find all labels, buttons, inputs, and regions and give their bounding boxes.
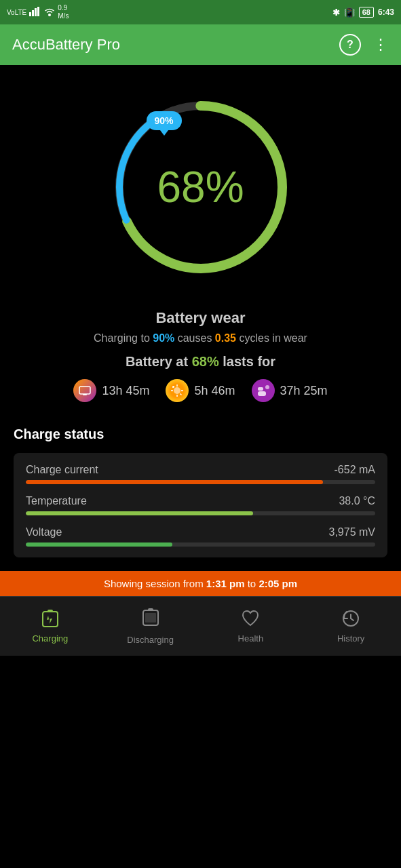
active-duration: 5h 46m bbox=[166, 379, 235, 402]
session-end-time: 2:05 pm bbox=[259, 578, 297, 589]
bluetooth-icon: ✱ bbox=[332, 7, 340, 18]
speed-indicator: 0.9M/s bbox=[58, 4, 69, 20]
temperature-bar-fill bbox=[26, 511, 253, 515]
svg-rect-8 bbox=[79, 387, 90, 394]
temperature-row: Temperature 38.0 °C bbox=[26, 495, 375, 515]
vibrate-icon: 📳 bbox=[344, 7, 355, 18]
sleep-duration: 37h 25m bbox=[252, 379, 328, 402]
svg-line-16 bbox=[180, 394, 182, 395]
battery-percentage-display: 68% bbox=[157, 162, 244, 212]
status-left: VoLTE 0.9M/s bbox=[7, 4, 69, 20]
voltage-row: Voltage 3,975 mV bbox=[26, 526, 375, 547]
lasts-for-suffix: lasts for bbox=[223, 354, 275, 369]
voltage-value: 3,975 mV bbox=[329, 526, 375, 538]
charging-nav-icon bbox=[41, 609, 60, 631]
clock: 6:43 bbox=[378, 7, 394, 17]
svg-point-10 bbox=[174, 387, 180, 394]
sleep-icon bbox=[252, 379, 275, 402]
charge-current-row: Charge current -652 mA bbox=[26, 464, 375, 484]
health-nav-icon bbox=[241, 609, 260, 631]
battery-circle-section: 68% 90% bbox=[0, 79, 401, 289]
svg-rect-26 bbox=[145, 613, 156, 623]
health-nav-label: Health bbox=[238, 633, 264, 644]
charge-current-label: Charge current bbox=[26, 464, 98, 476]
app-bar-actions: ? ⋮ bbox=[339, 34, 389, 56]
app-title: AccuBattery Pro bbox=[12, 36, 120, 54]
voltage-bar-bg bbox=[26, 542, 375, 547]
battery-wear-section: Battery wear Charging to 90% causes 0.35… bbox=[0, 289, 401, 413]
session-connector: to bbox=[248, 578, 259, 589]
wifi-icon bbox=[44, 7, 55, 18]
sun-icon bbox=[166, 379, 189, 402]
charge-current-bar-fill bbox=[26, 480, 323, 484]
duration-row: 13h 45m 5h 46m bbox=[14, 379, 387, 402]
charge-target-value: 90% bbox=[153, 332, 174, 344]
nav-tab-history[interactable]: History bbox=[301, 597, 401, 656]
history-nav-icon bbox=[341, 609, 360, 631]
screen-icon bbox=[73, 379, 96, 402]
svg-rect-2 bbox=[35, 8, 37, 16]
history-nav-label: History bbox=[337, 633, 364, 644]
help-button[interactable]: ? bbox=[339, 34, 361, 56]
voltage-label: Voltage bbox=[26, 526, 62, 538]
current-battery-pct: 68% bbox=[192, 354, 219, 369]
cycles-suffix: cycles in wear bbox=[239, 332, 307, 344]
nav-tab-charging[interactable]: Charging bbox=[0, 597, 100, 656]
charge-status-section: Charge status Charge current -652 mA Tem… bbox=[0, 413, 401, 564]
svg-rect-23 bbox=[47, 610, 53, 612]
nav-tab-health[interactable]: Health bbox=[201, 597, 301, 656]
active-time-value: 5h 46m bbox=[194, 384, 235, 398]
app-bar: AccuBattery Pro ? ⋮ bbox=[0, 24, 401, 65]
battery-at-prefix: Battery at bbox=[126, 354, 192, 369]
charging-prefix: Charging to bbox=[94, 332, 153, 344]
status-right: ✱ 📳 68 6:43 bbox=[332, 7, 394, 18]
charge-status-card: Charge current -652 mA Temperature 38.0 … bbox=[14, 453, 387, 557]
screen-on-duration: 13h 45m bbox=[73, 379, 149, 402]
battery-circle-container: 68% 90% bbox=[106, 92, 296, 282]
screen-on-time-value: 13h 45m bbox=[102, 384, 149, 398]
status-bar: VoLTE 0.9M/s ✱ 📳 68 6:43 bbox=[0, 0, 401, 24]
svg-rect-20 bbox=[258, 387, 263, 391]
session-prefix: Showing session from bbox=[104, 578, 206, 589]
session-banner: Showing session from 1:31 pm to 2:05 pm bbox=[0, 571, 401, 596]
discharging-nav-icon bbox=[141, 608, 160, 632]
svg-point-21 bbox=[265, 385, 269, 389]
more-menu-button[interactable]: ⋮ bbox=[373, 36, 389, 54]
svg-rect-1 bbox=[32, 10, 34, 16]
battery-wear-subtitle: Charging to 90% causes 0.35 cycles in we… bbox=[14, 332, 387, 344]
charge-bubble: 90% bbox=[147, 111, 182, 130]
svg-rect-25 bbox=[148, 608, 153, 611]
session-start-time: 1:31 pm bbox=[206, 578, 245, 589]
network-indicator: VoLTE bbox=[7, 9, 26, 16]
charge-status-title: Charge status bbox=[14, 427, 387, 442]
causes-text: causes bbox=[178, 332, 215, 344]
main-content: 68% 90% Battery wear Charging to 90% cau… bbox=[0, 65, 401, 596]
battery-wear-title: Battery wear bbox=[14, 309, 387, 327]
svg-point-4 bbox=[48, 14, 51, 16]
charge-current-bar-bg bbox=[26, 480, 375, 484]
voltage-bar-fill bbox=[26, 542, 172, 547]
svg-rect-19 bbox=[258, 391, 266, 396]
temperature-value: 38.0 °C bbox=[339, 495, 375, 507]
sleep-time-value: 37h 25m bbox=[280, 384, 328, 398]
nav-tab-discharging[interactable]: Discharging bbox=[100, 597, 201, 656]
svg-rect-3 bbox=[37, 7, 39, 16]
bottom-nav: Charging Discharging Health bbox=[0, 596, 401, 656]
temperature-label: Temperature bbox=[26, 495, 87, 507]
battery-lasts-title: Battery at 68% lasts for bbox=[14, 354, 387, 370]
svg-rect-0 bbox=[29, 12, 31, 16]
charging-nav-label: Charging bbox=[32, 633, 68, 644]
cycle-wear-value: 0.35 bbox=[215, 332, 236, 344]
temperature-bar-bg bbox=[26, 511, 375, 515]
charge-current-value: -652 mA bbox=[335, 464, 375, 476]
discharging-nav-label: Discharging bbox=[127, 635, 174, 645]
battery-indicator: 68 bbox=[359, 7, 374, 18]
signal-bars bbox=[29, 7, 41, 18]
svg-rect-9 bbox=[83, 394, 87, 395]
